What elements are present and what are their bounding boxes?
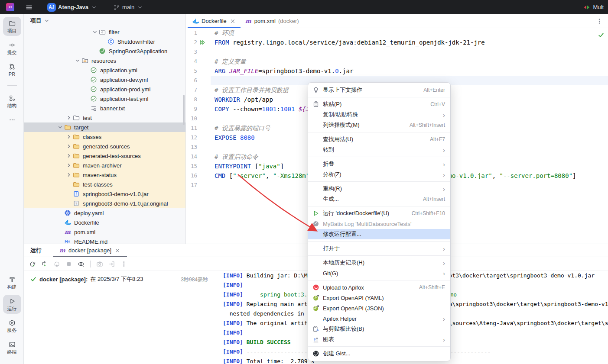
tool-button-terminal[interactable]: 终端 xyxy=(3,338,21,357)
tree-item-target[interactable]: target xyxy=(24,122,185,132)
run-tab-docker-package[interactable]: m docker [package] xyxy=(53,244,127,257)
runtool-kebab-button[interactable] xyxy=(119,259,129,269)
tree-item-maven-archiver[interactable]: maven-archiver xyxy=(24,161,185,170)
menu-item-upload-to-apifox[interactable]: Upload to ApifoxAlt+Shift+E xyxy=(308,282,450,293)
code-token: "java" xyxy=(258,163,280,170)
gutter: 16 xyxy=(186,171,211,180)
chevron-right-icon[interactable] xyxy=(65,162,73,169)
menu-item-查找用法-u[interactable]: 查找用法(U)Alt+F7 xyxy=(308,134,450,145)
tool-button-structure[interactable]: 结构 xyxy=(3,92,21,111)
menu-item-显示上下文操作[interactable]: 显示上下文操作Alt+Enter xyxy=(308,85,450,95)
tree-item-test-classes[interactable]: test-classes xyxy=(24,180,185,189)
tree-item-shutdownfilter[interactable]: CShutdownFilter xyxy=(24,37,185,46)
runtool-eye-button[interactable] xyxy=(76,259,86,269)
tree-item-generated-test-sources[interactable]: generated-test-sources xyxy=(24,151,185,161)
tree-item-dockerfile[interactable]: Dockerfile xyxy=(24,218,185,227)
tree-item-deploy-yaml[interactable]: deploy.yaml xyxy=(24,208,185,218)
code-line-3: 3 xyxy=(186,47,608,57)
tree-item-classes[interactable]: classes xyxy=(24,132,185,142)
chevron-down-icon[interactable] xyxy=(91,29,99,35)
tree-item-label: SpringBoot3Application xyxy=(107,48,167,55)
menu-item-粘贴-p[interactable]: 粘贴(P)Ctrl+V xyxy=(308,99,450,110)
menu-item-export-openapi-json[interactable]: Export OpenAPI (JSON) xyxy=(308,303,450,313)
tab-label: pom.xml xyxy=(254,18,276,24)
runtool-camera-button[interactable] xyxy=(94,259,105,269)
menu-item-运行-docker-dockerfile-u[interactable]: 运行 'docker/Dockerfile'(U)Ctrl+Shift+F10 xyxy=(308,208,450,219)
menu-item-创建-gist[interactable]: 创建 Gist... xyxy=(308,348,450,359)
menu-item-git-g[interactable]: Git(G)› xyxy=(308,268,450,278)
tree-item-springboot3-demo-v1-0-jar[interactable]: springboot3-demo-v1.0.jar xyxy=(24,189,185,199)
tab-pom-xml[interactable]: m pom.xml (docker) xyxy=(241,14,303,28)
chevron-down-icon[interactable] xyxy=(56,124,64,131)
tree-item-label: ShutdownFilter xyxy=(116,39,155,45)
menu-item-复制-粘贴特殊[interactable]: 复制/粘贴特殊› xyxy=(308,110,450,120)
tree-item-banner-txt[interactable]: banner.txt xyxy=(24,103,185,113)
tree-item-test[interactable]: test xyxy=(24,113,185,122)
close-icon[interactable] xyxy=(114,247,121,254)
tree-item-springboot3-demo-v1-0-jar-original[interactable]: ?springboot3-demo-v1.0.jar.original xyxy=(24,199,185,208)
menu-item-转到[interactable]: 转到› xyxy=(308,145,450,155)
close-icon[interactable] xyxy=(229,18,236,25)
tree-item-springboot3application[interactable]: SpringBoot3Application xyxy=(24,46,185,56)
tree-item-pom-xml[interactable]: mpom.xml xyxy=(24,227,185,237)
tool-button-build[interactable]: 构建 xyxy=(3,273,21,292)
chevron-right-icon[interactable] xyxy=(65,114,73,121)
vcs-branch-widget[interactable]: main xyxy=(111,2,146,13)
tool-button-run[interactable]: 运行 xyxy=(3,295,21,314)
menu-item-图表[interactable]: 图表› xyxy=(308,334,450,345)
tool-window-bar-bottom: 构建运行服务终端 xyxy=(0,273,24,360)
tree-item-application-test-yml[interactable]: application-test.yml xyxy=(24,94,185,103)
runtool-resume-button[interactable] xyxy=(52,259,62,269)
run-configuration-widget[interactable]: Mult xyxy=(583,4,604,11)
tree-item-application-yml[interactable]: application.yml xyxy=(24,65,185,75)
menu-item-生成[interactable]: 生成...Alt+Insert xyxy=(308,194,450,204)
project-widget[interactable]: AJ Ateng-Java xyxy=(45,1,100,13)
runtool-exit-button[interactable] xyxy=(107,259,117,269)
editor-options-button[interactable] xyxy=(591,14,608,28)
inspections-ok-icon[interactable] xyxy=(598,32,605,39)
chevron-down-icon[interactable] xyxy=(73,57,81,64)
menu-item-与剪贴板比较-b[interactable]: 与剪贴板比较(B) xyxy=(308,324,450,334)
menu-item-列选择模式-m[interactable]: 列选择模式(M)Alt+Shift+Insert xyxy=(308,120,450,130)
tool-button-project[interactable]: 项目 xyxy=(3,17,21,36)
tree-item-resources[interactable]: resources xyxy=(24,56,185,65)
success-check-icon xyxy=(30,276,37,283)
menu-item-修改运行配置[interactable]: 修改运行配置... xyxy=(308,229,450,239)
menu-item-apifox-helper[interactable]: Apifox Helper› xyxy=(308,313,450,324)
line-number: 14 xyxy=(186,152,197,161)
runtool-rerun-button[interactable] xyxy=(27,259,38,269)
chevron-right-icon[interactable] xyxy=(65,171,73,178)
menu-item-shortcut: Alt+Enter xyxy=(423,87,445,93)
line-number: 7 xyxy=(186,85,197,95)
tree-scrollbar[interactable] xyxy=(183,95,185,125)
tree-item-generated-sources[interactable]: generated-sources xyxy=(24,142,185,151)
tree-item-application-dev-yml[interactable]: application-dev.yml xyxy=(24,75,185,84)
run-gutter-icon[interactable] xyxy=(197,38,208,47)
tree-item-application-prod-yml[interactable]: application-prod.yml xyxy=(24,84,185,94)
tool-button-more[interactable] xyxy=(3,113,21,126)
menu-item-shortcut: Ctrl+V xyxy=(430,101,445,107)
tool-button-pull-requests[interactable]: PR xyxy=(3,60,21,79)
menu-item-折叠[interactable]: 折叠› xyxy=(308,159,450,169)
menu-item-shortcut: Alt+Shift+Insert xyxy=(410,122,445,128)
menu-item-本地历史记录-h[interactable]: 本地历史记录(H)› xyxy=(308,258,450,268)
menu-item-打开于[interactable]: 打开于› xyxy=(308,243,450,254)
project-panel-header[interactable]: 项目 xyxy=(24,14,185,27)
tree-item-maven-status[interactable]: maven-status xyxy=(24,170,185,180)
runtool-stop-button[interactable] xyxy=(64,259,74,269)
tool-button-services[interactable]: 服务 xyxy=(3,316,21,335)
main-menu-button[interactable] xyxy=(23,2,35,13)
tab-dockerfile[interactable]: Dockerfile xyxy=(188,14,241,28)
tree-item-filter[interactable]: filter xyxy=(24,27,185,37)
chevron-right-icon[interactable] xyxy=(65,133,73,140)
tool-button-commit[interactable]: 提交 xyxy=(3,39,21,58)
runtool-rerun-auto-button[interactable] xyxy=(39,259,50,269)
stop-icon xyxy=(65,261,72,267)
chevron-right-icon[interactable] xyxy=(65,143,73,150)
menu-item-export-openapi-yaml[interactable]: Export OpenAPI (YAML) xyxy=(308,293,450,303)
menu-item-重构-r[interactable]: 重构(R)› xyxy=(308,184,450,194)
menu-item-分析-z[interactable]: 分析(Z)› xyxy=(308,169,450,180)
tree-item-readme-md[interactable]: README.md xyxy=(24,237,185,244)
unknown-file-icon: ? xyxy=(73,200,81,207)
chevron-right-icon[interactable] xyxy=(65,152,73,159)
